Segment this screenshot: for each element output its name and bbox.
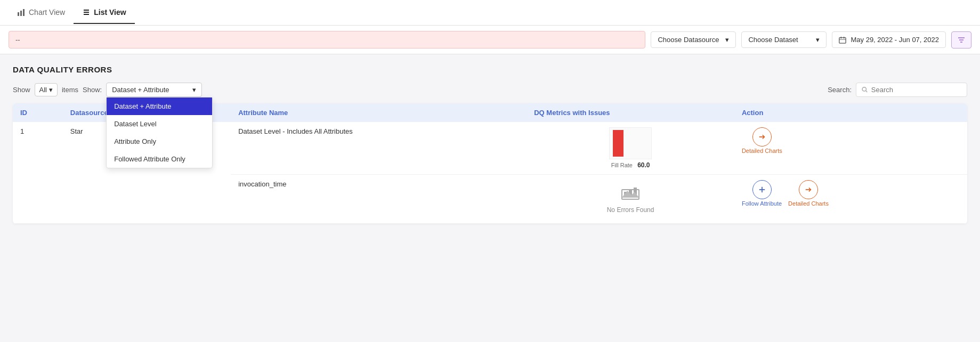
search-input[interactable] xyxy=(871,86,961,94)
no-errors-text: No Errors Found xyxy=(607,206,654,214)
svg-rect-4 xyxy=(84,12,89,13)
dataset-label: Choose Dataset xyxy=(748,36,798,44)
row-attribute-name-1: Dataset Level - Includes All Attributes xyxy=(231,122,527,175)
no-errors-icon xyxy=(621,184,640,204)
tab-list-view-label: List View xyxy=(94,8,126,17)
dropdown-item-attribute-only[interactable]: Attribute Only xyxy=(107,133,212,150)
detailed-charts-label-1: Detailed Charts xyxy=(742,148,782,154)
main-content: DATA QUALITY ERRORS Show All ▾ items Sho… xyxy=(0,54,980,234)
detailed-charts-button-1[interactable] xyxy=(752,127,772,146)
search-box xyxy=(856,83,967,97)
mini-bar xyxy=(613,130,623,157)
chart-icon xyxy=(17,8,26,17)
show-label: Show xyxy=(13,86,30,94)
dataset-chevron-icon: ▾ xyxy=(816,36,820,44)
table-controls: Show All ▾ items Show: Dataset + Attribu… xyxy=(13,83,967,97)
detailed-charts-label-2: Detailed Charts xyxy=(788,200,829,207)
svg-rect-1 xyxy=(20,11,22,16)
action-cell-2: Follow Attribute Detailed Charts xyxy=(742,180,960,207)
dropdown-item-dataset-attribute[interactable]: Dataset + Attribute xyxy=(107,97,212,115)
view-mode-dropdown[interactable]: Dataset + Attribute ▾ xyxy=(106,83,202,97)
all-option-chevron-icon: ▾ xyxy=(49,86,53,94)
items-per-page-select[interactable]: All ▾ xyxy=(35,83,58,96)
filter-bar: Choose Datasource ▾ Choose Dataset ▾ May… xyxy=(0,26,980,54)
action-group-follow: Follow Attribute xyxy=(742,180,782,207)
datasource-select[interactable]: Choose Datasource ▾ xyxy=(651,31,736,48)
filter-icon xyxy=(957,36,966,44)
col-header-attribute: Attribute Name xyxy=(231,103,527,122)
dropdown-item-dataset-level[interactable]: Dataset Level xyxy=(107,115,212,133)
svg-rect-5 xyxy=(84,14,89,15)
date-range-picker[interactable]: May 29, 2022 - Jun 07, 2022 xyxy=(832,31,946,48)
action-group-detailed-1: Detailed Charts xyxy=(742,127,782,154)
arrow-right-icon xyxy=(758,133,766,141)
col-header-dq-metrics: DQ Metrics with Issues xyxy=(527,103,734,122)
view-mode-dropdown-wrapper: Dataset + Attribute ▾ Dataset + Attribut… xyxy=(106,83,202,97)
plus-icon xyxy=(758,186,766,193)
col-header-action: Action xyxy=(734,103,967,122)
mini-chart-bars xyxy=(609,127,652,159)
row-id: 1 xyxy=(13,122,63,224)
svg-rect-2 xyxy=(23,9,25,16)
follow-attribute-label: Follow Attribute xyxy=(742,200,782,207)
arrow-right-icon-2 xyxy=(805,186,812,193)
row-action-1: Detailed Charts xyxy=(734,122,967,175)
top-nav: Chart View List View xyxy=(0,0,980,26)
view-mode-dropdown-popup: Dataset + Attribute Dataset Level Attrib… xyxy=(106,97,213,168)
dropdown-item-followed-attribute[interactable]: Followed Attribute Only xyxy=(107,150,212,168)
row-action-2: Follow Attribute Detailed Charts xyxy=(734,175,967,224)
row-dq-metric-1: Fill Rate 60.0 xyxy=(527,122,734,175)
metric-value-1: 60.0 xyxy=(637,161,650,169)
detailed-charts-button-2[interactable] xyxy=(799,180,818,199)
search-label: Search: xyxy=(828,86,852,94)
items-label: items xyxy=(62,86,78,94)
datasource-chevron-icon: ▾ xyxy=(725,36,729,44)
date-range-label: May 29, 2022 - Jun 07, 2022 xyxy=(851,36,939,44)
svg-rect-0 xyxy=(18,12,19,16)
mini-chart: Fill Rate 60.0 xyxy=(534,127,727,169)
tab-chart-view[interactable]: Chart View xyxy=(9,2,74,24)
svg-point-13 xyxy=(862,87,866,91)
row-attribute-name-2: invocation_time xyxy=(231,175,527,224)
list-icon xyxy=(82,8,91,17)
view-mode-selected: Dataset + Attribute xyxy=(112,86,169,94)
view-mode-chevron-icon: ▾ xyxy=(192,86,196,94)
no-errors-container: No Errors Found xyxy=(534,180,727,218)
datasource-label: Choose Datasource xyxy=(658,36,719,44)
show-label2: Show: xyxy=(83,86,102,94)
calendar-icon xyxy=(839,36,846,44)
section-title: DATA QUALITY ERRORS xyxy=(13,65,967,74)
svg-rect-6 xyxy=(839,37,846,43)
tab-chart-view-label: Chart View xyxy=(29,8,65,17)
all-option-label: All xyxy=(39,86,47,94)
col-header-id: ID xyxy=(13,103,63,122)
tab-list-view[interactable]: List View xyxy=(74,2,134,24)
action-cell-1: Detailed Charts xyxy=(742,127,960,154)
advanced-filter-button[interactable] xyxy=(951,31,971,48)
action-group-detailed-2: Detailed Charts xyxy=(788,180,829,207)
metric-label-1: Fill Rate xyxy=(611,162,633,168)
svg-rect-3 xyxy=(84,10,89,11)
filter-text-input[interactable] xyxy=(9,31,645,48)
row-dq-metric-2: No Errors Found xyxy=(527,175,734,224)
svg-line-14 xyxy=(866,91,868,92)
dataset-select[interactable]: Choose Dataset ▾ xyxy=(741,31,827,48)
follow-attribute-button[interactable] xyxy=(752,180,772,199)
search-icon xyxy=(862,86,868,93)
